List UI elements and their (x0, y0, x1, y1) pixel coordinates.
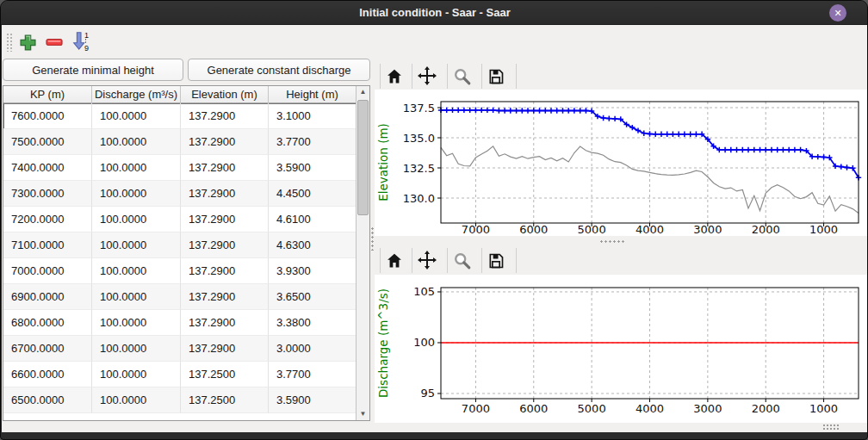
table-cell[interactable]: 6600.0000 (3, 362, 92, 387)
table-row[interactable]: 7600.0000100.0000137.29003.1000 (3, 103, 356, 129)
table-cell[interactable]: 7100.0000 (3, 232, 92, 258)
plot2-pan-button[interactable] (416, 249, 438, 271)
window-resize-grip[interactable] (822, 424, 840, 431)
table-row[interactable]: 6800.0000100.0000137.29003.3800 (3, 310, 356, 336)
toolbar-separator (380, 248, 381, 273)
remove-row-button[interactable] (44, 32, 65, 53)
table-row[interactable]: 6900.0000100.0000137.29003.6500 (3, 284, 356, 310)
sort-top-label: 1 (84, 31, 89, 40)
sort-button[interactable]: 1 9 (71, 30, 91, 51)
plot2-zoom-button[interactable] (451, 250, 474, 272)
table-cell[interactable]: 100.0000 (92, 284, 181, 310)
table-cell[interactable]: 100.0000 (92, 181, 181, 207)
x-tick-label: 7000 (462, 402, 490, 415)
y-tick-label: 137.5 (403, 102, 435, 115)
plot2-save-button[interactable] (485, 250, 507, 272)
table-cell[interactable]: 7500.0000 (3, 129, 92, 155)
plot1-save-button[interactable] (485, 65, 507, 88)
table-cell[interactable]: 3.1000 (269, 103, 356, 129)
table-cell[interactable]: 7200.0000 (3, 207, 92, 232)
table-cell[interactable]: 7400.0000 (3, 155, 92, 181)
discharge-figure[interactable]: 700060005000400030002000100010510095Disc… (375, 275, 868, 423)
table-cell[interactable]: 100.0000 (92, 387, 181, 413)
table-cell[interactable]: 7600.0000 (3, 103, 92, 129)
table-cell[interactable]: 137.2900 (181, 284, 269, 310)
scroll-down-button[interactable]: ▼ (356, 408, 369, 420)
y-axis-label: Elevation (m) (376, 123, 390, 201)
toolbar-drag-handle[interactable] (6, 33, 12, 52)
table-cell[interactable]: 3.5900 (269, 387, 356, 413)
table-row[interactable]: 7200.0000100.0000137.29004.6100 (3, 207, 356, 232)
table-cell[interactable]: 137.2900 (181, 181, 269, 207)
column-header-1[interactable]: Discharge (m³/s) (92, 86, 181, 103)
table-cell[interactable]: 137.2900 (181, 207, 269, 232)
plot1-home-button[interactable] (383, 65, 406, 88)
table-cell[interactable]: 100.0000 (92, 336, 181, 362)
table-cell[interactable]: 7000.0000 (3, 258, 92, 284)
table-cell[interactable]: 7300.0000 (3, 181, 92, 207)
table-cell[interactable]: 6700.0000 (3, 336, 92, 362)
table-cell[interactable]: 4.6100 (269, 207, 356, 232)
table-cell[interactable]: 3.7700 (269, 362, 356, 387)
table-cell[interactable]: 4.4500 (269, 181, 356, 207)
table-cell[interactable]: 137.2900 (181, 129, 269, 155)
table-cell[interactable]: 137.2500 (181, 362, 269, 387)
table-cell[interactable]: 100.0000 (92, 207, 181, 232)
column-header-3[interactable]: Height (m) (269, 86, 356, 103)
plot1-zoom-button[interactable] (451, 65, 474, 88)
save-icon (487, 252, 505, 270)
table-cell[interactable]: 137.2900 (181, 336, 269, 362)
table-row[interactable]: 7500.0000100.0000137.29003.7700 (3, 129, 356, 155)
close-button[interactable]: ✕ (829, 4, 846, 22)
plot2-home-button[interactable] (383, 250, 406, 272)
elevation-figure[interactable]: 7000600050004000300020001000137.5135.013… (375, 90, 868, 236)
table-cell[interactable]: 3.0000 (269, 336, 356, 362)
table-cell[interactable]: 3.6500 (269, 284, 356, 310)
table-row[interactable]: 7000.0000100.0000137.29003.9300 (3, 258, 356, 284)
table-cell[interactable]: 100.0000 (92, 258, 181, 284)
column-header-0[interactable]: KP (m) (3, 86, 92, 103)
table-row[interactable]: 7300.0000100.0000137.29004.4500 (3, 181, 356, 207)
table-cell[interactable]: 6500.0000 (3, 387, 92, 413)
table-cell[interactable]: 100.0000 (92, 232, 181, 258)
generate-constant-discharge-button[interactable]: Generate constant discharge (188, 59, 370, 81)
table-cell[interactable]: 137.2900 (181, 310, 269, 336)
table-cell[interactable]: 100.0000 (92, 155, 181, 181)
table-cell[interactable]: 6800.0000 (3, 310, 92, 336)
table-row[interactable]: 6600.0000100.0000137.25003.7700 (3, 362, 356, 387)
table-cell[interactable]: 137.2500 (181, 387, 269, 413)
table-cell[interactable]: 137.2900 (181, 155, 269, 181)
plot1-pan-button[interactable] (416, 65, 438, 87)
horizontal-splitter[interactable] (599, 239, 625, 245)
table-row[interactable]: 6500.0000100.0000137.25003.5900 (3, 387, 356, 413)
table-cell[interactable]: 100.0000 (92, 310, 181, 336)
table-cell[interactable]: 3.3800 (269, 310, 356, 336)
x-tick-label: 1000 (809, 402, 838, 415)
scroll-up-button[interactable]: ▲ (356, 86, 369, 98)
generate-minimal-height-button[interactable]: Generate minimal height (3, 59, 183, 81)
table-cell[interactable]: 4.6300 (269, 232, 356, 258)
table-cell[interactable]: 100.0000 (92, 103, 181, 129)
table-row[interactable]: 6700.0000100.0000137.29003.0000 (3, 336, 356, 362)
y-axis-label: Discharge (m^3/s) (376, 288, 390, 398)
table-cell[interactable]: 6900.0000 (3, 284, 92, 310)
close-icon: ✕ (834, 8, 841, 18)
table-row[interactable]: 7100.0000100.0000137.29004.6300 (3, 232, 356, 258)
x-tick-label: 3000 (693, 223, 722, 236)
table-cell[interactable]: 137.2900 (181, 103, 269, 129)
table-cell[interactable]: 3.5900 (269, 155, 356, 181)
table-row[interactable]: 7400.0000100.0000137.29003.5900 (3, 155, 356, 181)
scrollbar-thumb[interactable] (357, 100, 369, 215)
table-cell[interactable]: 137.2900 (181, 258, 269, 284)
table-scrollbar[interactable]: ▲ ▼ (356, 86, 369, 420)
table-cell[interactable]: 137.2900 (181, 232, 269, 258)
table-cell[interactable]: 100.0000 (92, 362, 181, 387)
table-cell[interactable]: 3.9300 (269, 258, 356, 284)
table-cell[interactable]: 3.7700 (269, 129, 356, 155)
table-cell[interactable]: 100.0000 (92, 129, 181, 155)
toolbar-separator (380, 64, 381, 89)
toolbar-separator (447, 64, 448, 89)
add-row-button[interactable] (17, 32, 38, 53)
column-header-2[interactable]: Elevation (m) (181, 86, 269, 103)
titlebar[interactable]: Initial condition - Saar - Saar ✕ (1, 1, 868, 25)
